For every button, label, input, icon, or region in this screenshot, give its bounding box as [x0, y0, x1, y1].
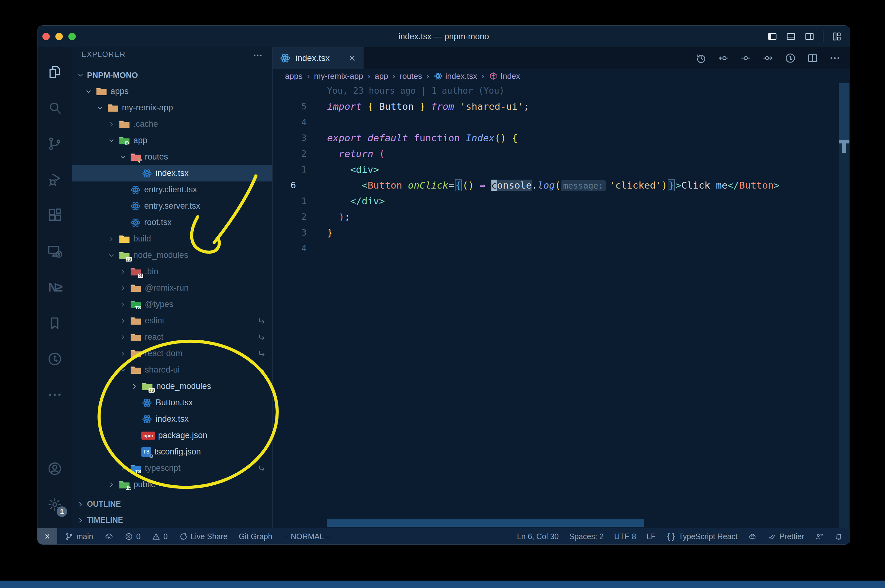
chevron-right-icon	[77, 500, 84, 508]
tree-item-tsconfig.json[interactable]: TS⚙tsconfig.json	[72, 444, 272, 460]
scrollbar-thumb[interactable]	[839, 83, 849, 141]
symlink-icon	[257, 464, 266, 473]
status-errors[interactable]: 0	[124, 528, 140, 544]
tree-item-entry.server.tsx[interactable]: entry.server.tsx	[72, 198, 272, 214]
code-line: 3}	[272, 225, 850, 240]
section-timeline[interactable]: TIMELINE	[72, 512, 272, 528]
breadcrumb-routes[interactable]: routes	[400, 71, 422, 81]
close-icon	[348, 54, 357, 63]
breadcrumb-apps[interactable]: apps	[285, 71, 303, 81]
tab-index-tsx[interactable]: index.tsx	[272, 47, 364, 69]
explorer-more-actions-button[interactable]	[253, 48, 263, 60]
toggle-primary-sidebar-button[interactable]	[767, 31, 778, 42]
chevron-down-icon	[96, 104, 104, 112]
nx-icon: N≥	[48, 280, 62, 294]
activity-bar-additional-views[interactable]	[38, 377, 72, 413]
tree-item-label: node_modules	[156, 381, 211, 391]
line-number: 4	[272, 114, 316, 130]
tree-item-typescript[interactable]: TStypescript	[72, 460, 272, 476]
tree-item-.bin[interactable]: 01.bin	[72, 263, 272, 280]
tree-item-.cache[interactable]: .cache	[72, 116, 272, 132]
status-prettier[interactable]: Prettier	[768, 528, 804, 544]
project-section-header[interactable]: PNPM-MONO	[72, 67, 272, 83]
status-indentation[interactable]: Spaces: 2	[569, 528, 604, 544]
react-icon	[130, 201, 141, 212]
breadcrumb-Index[interactable]: Index	[489, 71, 520, 81]
line-number: 3	[272, 225, 316, 240]
vertical-scrollbar[interactable]	[839, 83, 849, 528]
breadcrumb-my-remix-app[interactable]: my-remix-app	[314, 71, 363, 81]
more-actions-button[interactable]	[829, 52, 841, 64]
activity-bar-manage[interactable]: 1	[38, 487, 72, 522]
split-editor-button[interactable]	[807, 52, 819, 64]
section-outline[interactable]: OUTLINE	[72, 496, 272, 512]
tree-item-package.json[interactable]: npmpackage.json	[72, 427, 272, 444]
status-eol[interactable]: LF	[647, 528, 656, 544]
tree-item-node_modules[interactable]: JSnode_modules	[72, 247, 272, 263]
activity-bar-explorer[interactable]	[38, 54, 72, 90]
status-warnings[interactable]: 0	[152, 528, 168, 544]
activity-bar-search[interactable]	[38, 90, 72, 126]
status-cursor-position[interactable]: Ln 6, Col 30	[517, 528, 559, 544]
activity-bar-bookmarks[interactable]	[38, 305, 72, 341]
customize-layout-button[interactable]	[831, 31, 842, 42]
tree-item-my-remix-app[interactable]: my-remix-app	[72, 99, 272, 116]
status-git-graph[interactable]: Git Graph	[239, 528, 272, 544]
tab-close-icon[interactable]	[348, 54, 357, 63]
breadcrumb-app[interactable]: app	[375, 71, 388, 81]
activity-bar-accounts[interactable]	[38, 451, 72, 487]
tree-item-routes[interactable]: routes	[72, 149, 272, 165]
activity-bar-gitlens[interactable]	[38, 341, 72, 377]
status-live-share[interactable]: Live Share	[179, 528, 228, 544]
timeline-history-button[interactable]	[695, 52, 707, 64]
tree-item-apps[interactable]: apps	[72, 83, 272, 99]
gitlens-graph-button[interactable]	[784, 52, 796, 64]
code-area[interactable]: You, 23 hours ago | 1 author (You) 5impo…	[272, 83, 850, 528]
status-encoding[interactable]: UTF-8	[614, 528, 636, 544]
tree-item-Button.tsx[interactable]: Button.tsx	[72, 394, 272, 411]
tree-item-root.tsx[interactable]: root.tsx	[72, 214, 272, 231]
tree-item-@remix-run[interactable]: @remix-run	[72, 280, 272, 296]
tree-item-build[interactable]: build	[72, 231, 272, 247]
tree-item-public[interactable]: public	[72, 476, 272, 493]
activity-bar-extensions[interactable]	[38, 198, 72, 233]
tree-item-node_modules[interactable]: JSnode_modules	[72, 378, 272, 394]
window-minimize-button[interactable]	[56, 33, 63, 40]
status-feedback[interactable]	[815, 528, 824, 544]
window-close-button[interactable]	[42, 33, 50, 40]
ts-badge: TS	[135, 469, 141, 474]
horizontal-scrollbar[interactable]	[327, 519, 644, 527]
status-git-branch[interactable]: main	[65, 528, 93, 544]
activity-bar-source-control[interactable]	[38, 126, 72, 162]
tree-item-app[interactable]: ⚙app	[72, 132, 272, 149]
status-vim-mode[interactable]: -- NORMAL --	[283, 528, 331, 544]
change-node-icon	[740, 52, 752, 64]
activity-bar-remote-explorer[interactable]	[38, 233, 72, 269]
bottom-strip	[0, 580, 885, 588]
tree-item-eslint[interactable]: eslint	[72, 312, 272, 329]
status-copilot[interactable]	[748, 528, 757, 544]
next-change-button[interactable]	[762, 52, 774, 64]
toggle-panel-button[interactable]	[786, 31, 796, 42]
ts-badge: TS	[135, 305, 141, 310]
tree-item-shared-ui[interactable]: shared-ui	[72, 362, 272, 378]
tree-item-@types[interactable]: TS@types	[72, 296, 272, 312]
activity-bar-nx-console[interactable]: N≥	[38, 269, 72, 305]
tree-item-react[interactable]: react	[72, 329, 272, 345]
previous-change-button[interactable]	[718, 52, 729, 64]
status-publish-changes[interactable]	[104, 528, 113, 544]
status-remote-indicator[interactable]	[38, 528, 57, 544]
window-zoom-button[interactable]	[68, 33, 76, 40]
status-language-mode[interactable]: {}TypeScript React	[666, 528, 738, 544]
tree-item-entry.client.tsx[interactable]: entry.client.tsx	[72, 182, 272, 198]
toggle-secondary-sidebar-button[interactable]	[804, 31, 815, 42]
breadcrumb-separator: ›	[426, 71, 429, 81]
change-node-button[interactable]	[740, 52, 752, 64]
tree-item-react-dom[interactable]: react-dom	[72, 345, 272, 362]
activity-bar-run-and-debug[interactable]	[38, 162, 72, 198]
tree-item-index.tsx[interactable]: index.tsx	[72, 165, 272, 182]
tree-item-label: apps	[110, 87, 129, 96]
tree-item-index.tsx[interactable]: index.tsx	[72, 411, 272, 427]
status-notifications[interactable]	[834, 528, 843, 544]
breadcrumb-index.tsx[interactable]: index.tsx	[433, 71, 477, 81]
